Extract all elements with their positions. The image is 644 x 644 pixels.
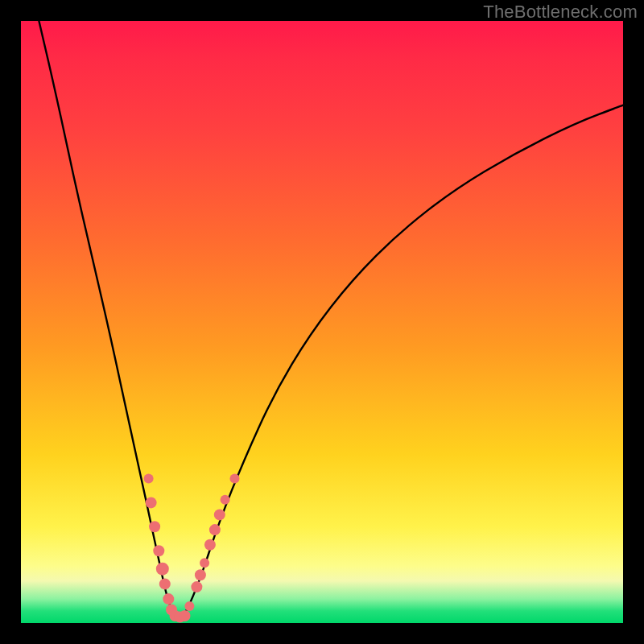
data-marker bbox=[156, 563, 169, 576]
data-marker bbox=[159, 578, 171, 589]
data-marker bbox=[163, 593, 174, 605]
data-marker bbox=[184, 601, 194, 611]
bottleneck-curve bbox=[39, 21, 623, 617]
data-marker bbox=[144, 474, 154, 484]
data-marker bbox=[200, 558, 209, 568]
data-marker bbox=[149, 521, 160, 532]
data-marker bbox=[230, 474, 240, 484]
data-marker bbox=[214, 509, 225, 520]
data-marker bbox=[195, 569, 206, 580]
chart-svg bbox=[21, 21, 623, 623]
data-marker bbox=[146, 497, 157, 508]
data-marker bbox=[180, 610, 191, 621]
outer-frame: TheBottleneck.com bbox=[0, 0, 644, 644]
data-marker bbox=[209, 524, 221, 535]
data-marker bbox=[153, 545, 164, 556]
watermark-text: TheBottleneck.com bbox=[483, 2, 638, 23]
data-marker bbox=[204, 539, 216, 551]
data-marker bbox=[221, 495, 230, 505]
plot-area bbox=[21, 21, 623, 623]
data-marker bbox=[191, 581, 202, 592]
